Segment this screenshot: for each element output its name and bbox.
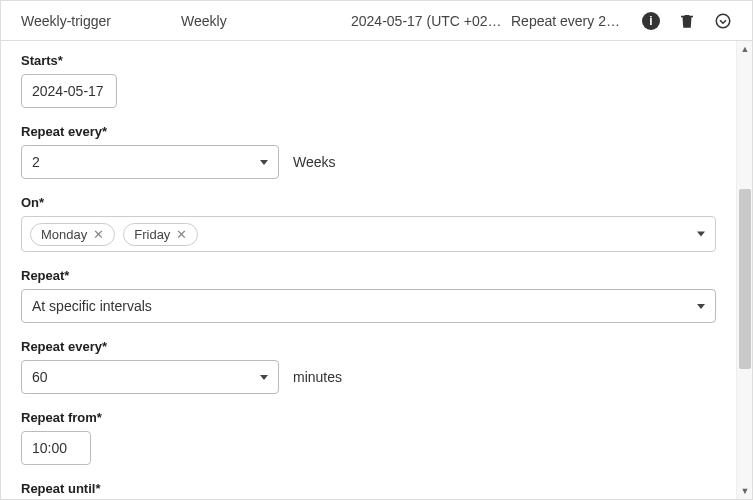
trigger-summary: Repeat every 2 … xyxy=(511,13,621,29)
chevron-down-icon xyxy=(260,160,268,165)
repeat-every-unit: Weeks xyxy=(293,154,336,170)
trigger-name: Weekly-trigger xyxy=(21,13,181,29)
remove-tag-icon[interactable]: ✕ xyxy=(93,227,104,242)
repeat-interval-label: Repeat every* xyxy=(21,339,716,354)
scrollbar-thumb[interactable] xyxy=(739,189,751,369)
day-tag-friday: Friday ✕ xyxy=(123,223,198,246)
repeat-interval-select[interactable]: 60 xyxy=(21,360,279,394)
repeat-every-value: 2 xyxy=(32,154,40,170)
starts-label: Starts* xyxy=(21,53,716,68)
chevron-down-icon xyxy=(697,304,705,309)
collapse-icon[interactable] xyxy=(714,12,732,30)
svg-point-0 xyxy=(716,14,730,28)
repeat-label: Repeat* xyxy=(21,268,716,283)
starts-date-value: 2024-05-17 xyxy=(32,83,104,99)
repeat-interval-value: 60 xyxy=(32,369,48,385)
delete-icon[interactable] xyxy=(678,12,696,30)
scroll-down-arrow-icon[interactable]: ▼ xyxy=(737,483,753,499)
repeat-until-label: Repeat until* xyxy=(21,481,716,496)
vertical-scrollbar[interactable]: ▲ ▼ xyxy=(736,41,752,499)
day-tag-label: Monday xyxy=(41,227,87,242)
repeat-mode-value: At specific intervals xyxy=(32,298,152,314)
repeat-from-value: 10:00 xyxy=(32,440,67,456)
on-label: On* xyxy=(21,195,716,210)
trigger-type: Weekly xyxy=(181,13,351,29)
trigger-date: 2024-05-17 (UTC +02… xyxy=(351,13,511,29)
repeat-from-label: Repeat from* xyxy=(21,410,716,425)
starts-date-input[interactable]: 2024-05-17 xyxy=(21,74,117,108)
repeat-interval-unit: minutes xyxy=(293,369,342,385)
trigger-header-row: Weekly-trigger Weekly 2024-05-17 (UTC +0… xyxy=(1,1,752,41)
repeat-every-select[interactable]: 2 xyxy=(21,145,279,179)
repeat-mode-select[interactable]: At specific intervals xyxy=(21,289,716,323)
day-tag-monday: Monday ✕ xyxy=(30,223,115,246)
chevron-down-icon xyxy=(697,232,705,237)
info-icon[interactable]: i xyxy=(642,12,660,30)
scroll-up-arrow-icon[interactable]: ▲ xyxy=(737,41,753,57)
repeat-every-label: Repeat every* xyxy=(21,124,716,139)
chevron-down-icon xyxy=(260,375,268,380)
repeat-from-input[interactable]: 10:00 xyxy=(21,431,91,465)
on-days-multiselect[interactable]: Monday ✕ Friday ✕ xyxy=(21,216,716,252)
trigger-config-panel: Weekly-trigger Weekly 2024-05-17 (UTC +0… xyxy=(0,0,753,500)
remove-tag-icon[interactable]: ✕ xyxy=(176,227,187,242)
day-tag-label: Friday xyxy=(134,227,170,242)
form-area: Starts* 2024-05-17 Repeat every* 2 Weeks… xyxy=(1,41,736,499)
